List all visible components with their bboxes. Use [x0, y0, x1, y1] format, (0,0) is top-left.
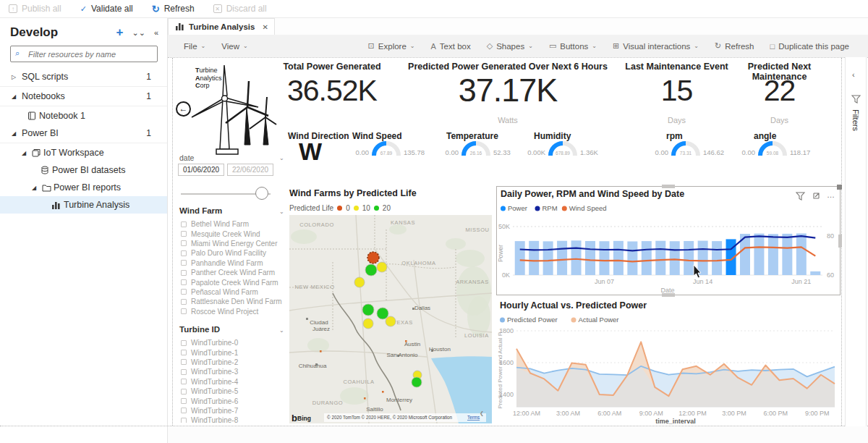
turbine-id-item-windturbine-7[interactable]: WindTurbine-7	[181, 406, 288, 415]
wind-farm-item-mesquite-creek-wind[interactable]: Mesquite Creek Wind	[181, 229, 288, 238]
add-resource-icon[interactable]: +	[116, 25, 124, 40]
checkbox[interactable]	[181, 308, 187, 314]
bar-Jun 06[interactable]	[585, 241, 595, 275]
checkbox[interactable]	[181, 299, 187, 305]
bar-Jun 03[interactable]	[543, 241, 553, 275]
validate-all-button[interactable]: ✓ Validate all	[80, 4, 133, 14]
explore-button[interactable]: ⊡Explore⌄	[364, 41, 420, 51]
refresh-button[interactable]: ↻Refresh	[710, 41, 759, 51]
map-point-life-10[interactable]	[363, 318, 373, 329]
tab-turbine-analysis[interactable]: Turbine Analysis ✕	[168, 18, 275, 35]
bar-Jun 18[interactable]	[754, 234, 764, 275]
map-point-life-0[interactable]	[367, 252, 379, 263]
wind-farm-item-miami-wind-energy-center[interactable]: Miami Wind Energy Center	[181, 239, 288, 248]
bar-Jun 21[interactable]	[796, 234, 807, 275]
bottom-scroll-area[interactable]	[168, 426, 868, 443]
checkbox[interactable]	[181, 289, 187, 295]
date-slider-handle[interactable]	[255, 187, 268, 200]
bar-Jun 19[interactable]	[768, 234, 778, 275]
date-from-field[interactable]: 01/06/2020	[178, 164, 224, 176]
chevron-collapsed-icon[interactable]: ▷	[12, 74, 22, 80]
bar-Jun 12[interactable]	[670, 241, 680, 275]
publish-all-button[interactable]: ↑ Publish all	[9, 4, 61, 14]
turbine-id-item-windturbine-4[interactable]: WindTurbine-4	[181, 377, 288, 387]
map-point-life-20[interactable]	[362, 304, 374, 316]
checkbox[interactable]	[181, 389, 187, 395]
collapse-pane-icon[interactable]: «	[154, 28, 158, 37]
chevron-expanded-icon[interactable]: ◢	[12, 130, 22, 137]
drag-handle-bottom[interactable]	[662, 293, 675, 297]
tree-item-turbine-analysis[interactable]: Turbine Analysis	[0, 196, 167, 214]
bing-map[interactable]: COLORADOKANSASMISSOUOKLAHOMAARKANSASNEW …	[289, 215, 492, 423]
buttons-button[interactable]: ▭Buttons⌄	[545, 41, 601, 51]
checkbox[interactable]	[181, 359, 187, 365]
checkbox[interactable]	[181, 408, 187, 413]
tree-item-sql-scripts[interactable]: ▷SQL scripts1	[0, 68, 167, 85]
turbine-id-item-windturbine-2[interactable]: WindTurbine-2	[181, 358, 288, 367]
checkbox[interactable]	[181, 270, 187, 276]
bar-Jun 22[interactable]	[810, 271, 820, 275]
map-point-life-10[interactable]	[377, 262, 387, 272]
turbine-id-item-windturbine-3[interactable]: WindTurbine-3	[181, 367, 288, 376]
wind-farm-item-roscoe-wind-project[interactable]: Roscoe Wind Project	[181, 307, 288, 316]
filters-panel-collapsed[interactable]: ‹ Filters	[845, 57, 867, 426]
checkbox[interactable]	[181, 250, 187, 256]
file-menu[interactable]: File⌄	[179, 42, 210, 51]
refresh-button[interactable]: ↻ Refresh	[152, 4, 195, 14]
bar-Jun 05[interactable]	[571, 240, 582, 275]
checkbox[interactable]	[181, 379, 187, 384]
wind-farm-item-panther-creek-wind-farm[interactable]: Panther Creek Wind Farm	[181, 268, 288, 277]
bar-Jun 09[interactable]	[627, 242, 637, 275]
tree-item-power-bi-datasets[interactable]: Power BI datasets	[0, 161, 167, 179]
hourly-power-chart-visual[interactable]: Hourly Actual vs. Predicted PowerPredict…	[496, 298, 841, 426]
back-button[interactable]: ←	[176, 101, 191, 117]
checkbox[interactable]	[181, 350, 187, 355]
checkbox[interactable]	[181, 369, 187, 375]
chevron-expanded-icon[interactable]: ◢	[32, 185, 42, 191]
bar-Jun 08[interactable]	[613, 241, 624, 275]
tree-item-power-bi-reports[interactable]: ◢Power BI reports	[0, 179, 167, 196]
turbine-id-item-windturbine-1[interactable]: WindTurbine-1	[181, 347, 288, 357]
close-tab-icon[interactable]: ✕	[263, 23, 268, 31]
chevron-down-icon[interactable]: ⌄	[279, 327, 284, 334]
bar-Jun 20[interactable]	[782, 234, 792, 275]
discard-all-button[interactable]: ✕ Discard all	[213, 4, 267, 14]
wind-farm-item-bethel-wind-farm[interactable]: Bethel Wind Farm	[181, 219, 288, 229]
view-menu[interactable]: View⌄	[217, 42, 252, 51]
turbine-id-item-windturbine-5[interactable]: WindTurbine-5	[181, 387, 288, 396]
checkbox[interactable]	[181, 418, 187, 423]
checkbox[interactable]	[181, 260, 187, 266]
wind-farm-item-panhandle-wind-farm[interactable]: Panhandle Wind Farm	[181, 258, 288, 268]
map-visual[interactable]: Wind Farms by Predicted Life Predicted L…	[289, 188, 493, 423]
chevron-left-icon[interactable]: ‹	[852, 70, 855, 79]
resize-handle-corner[interactable]	[837, 185, 842, 190]
turbine-id-item-windturbine-8[interactable]: WindTurbine-8	[181, 415, 288, 423]
checkbox[interactable]	[181, 222, 187, 227]
duplicate-this-page-button[interactable]: □Duplicate this page	[766, 41, 854, 51]
turbine-id-item-windturbine-0[interactable]: WindTurbine-0	[181, 338, 288, 347]
chevron-expanded-icon[interactable]: ◢	[12, 93, 22, 100]
checkbox[interactable]	[181, 231, 187, 237]
bar-Jun 11[interactable]	[655, 241, 665, 275]
chevron-expanded-icon[interactable]: ◢	[22, 150, 32, 156]
text-box-button[interactable]: AText box	[427, 41, 475, 51]
drag-handle-right[interactable]	[838, 235, 842, 248]
daily-power-chart-visual[interactable]: Daily Power, RPM and Wind Speed by DateP…	[496, 186, 841, 295]
wind-farm-item-rattlesnake-den-wind-farm[interactable]: Rattlesnake Den Wind Farm	[181, 297, 288, 306]
bar-Jun 15[interactable]	[712, 241, 722, 275]
wind-farm-item-pe-ascal-wind-farm[interactable]: Peñascal Wind Farm	[181, 287, 288, 297]
visual-interactions-button[interactable]: ⊞Visual interactions⌄	[608, 41, 703, 51]
checkbox[interactable]	[181, 279, 187, 285]
bar-Jun 02[interactable]	[529, 241, 539, 275]
wind-farm-item-palo-duro-wind-facility[interactable]: Palo Duro Wind Facility	[181, 248, 288, 258]
tree-item-notebook-1[interactable]: Notebook 1	[0, 107, 167, 125]
map-point-life-20[interactable]	[377, 308, 388, 319]
chevron-down-icon[interactable]: ⌄	[279, 155, 284, 161]
map-point-life-10[interactable]	[386, 316, 396, 326]
bar-Jun 04[interactable]	[557, 241, 567, 275]
map-point-life-20[interactable]	[412, 377, 422, 387]
tree-item-notebooks[interactable]: ◢Notebooks1	[0, 88, 167, 105]
chevron-down-icon[interactable]: ⌄	[279, 208, 284, 215]
bar-Jun 07[interactable]	[599, 241, 609, 275]
checkbox[interactable]	[181, 340, 187, 346]
